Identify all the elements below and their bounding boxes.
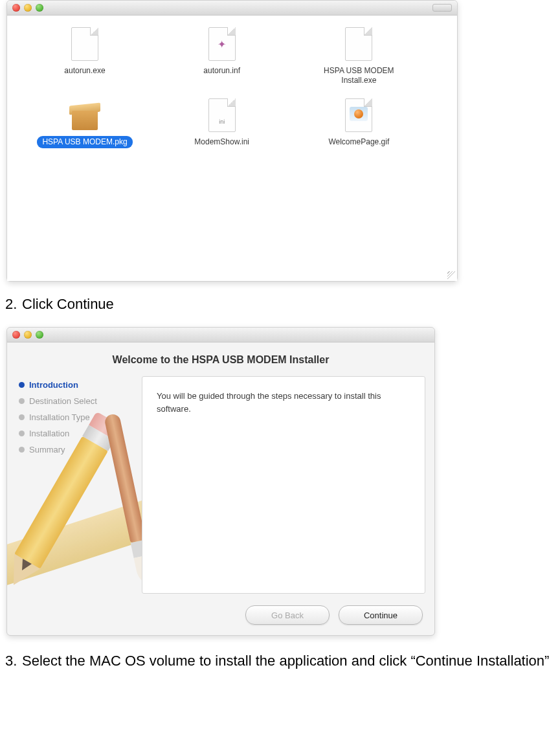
minimize-button[interactable] <box>24 331 32 339</box>
bullet-icon <box>19 431 25 436</box>
sidebar-step-label: Summary <box>29 445 65 454</box>
installer-window: Welcome to the HSPA USB MODEM Installer <box>6 327 435 636</box>
file-label: autorun.exe <box>59 65 110 77</box>
document-page: autorun.exe ✦ autorun.inf HSPA USB MODEM… <box>0 0 560 672</box>
installer-main-text: You will be guided through the steps nec… <box>157 390 410 415</box>
sidebar-step-summary: Summary <box>19 445 142 454</box>
installer-body: Introduction Destination Select Installa… <box>7 374 434 600</box>
icon-grid: autorun.exe ✦ autorun.inf HSPA USB MODEM… <box>7 16 457 148</box>
titlebar-pill[interactable] <box>432 4 452 12</box>
bullet-icon <box>19 398 25 404</box>
button-label: Continue <box>364 611 398 620</box>
sidebar-step-label: Installation <box>29 429 69 438</box>
installer-footer: Go Back Continue <box>7 600 434 635</box>
traffic-lights <box>12 4 43 12</box>
minimize-button[interactable] <box>24 4 32 12</box>
file-icon <box>342 27 375 61</box>
file-item-hspa-pkg[interactable]: HSPA USB MODEM.pkg <box>27 98 143 148</box>
sidebar-step-installation: Installation <box>19 429 142 438</box>
sidebar-step-installation-type: Installation Type <box>19 412 142 422</box>
zoom-button[interactable] <box>36 331 43 339</box>
installer-main-panel: You will be guided through the steps nec… <box>142 376 425 594</box>
go-back-button[interactable]: Go Back <box>245 605 330 625</box>
file-label: HSPA USB MODEM.pkg <box>37 136 132 148</box>
file-item-modemshow-ini[interactable]: ini ModemShow.ini <box>164 98 280 148</box>
file-icon: ✦ <box>205 27 239 61</box>
resize-grip-icon[interactable] <box>447 271 455 279</box>
file-icon: ini <box>205 98 239 132</box>
installer-sidebar: Introduction Destination Select Installa… <box>7 374 142 600</box>
zoom-button[interactable] <box>36 4 43 12</box>
continue-button[interactable]: Continue <box>339 605 423 625</box>
file-item-autorun-inf[interactable]: ✦ autorun.inf <box>164 27 280 87</box>
button-label: Go Back <box>271 611 304 620</box>
file-icon <box>342 98 375 132</box>
bullet-icon <box>19 414 25 420</box>
sidebar-step-introduction: Introduction <box>19 380 142 390</box>
sidebar-step-destination: Destination Select <box>19 396 142 406</box>
file-label: ModemShow.ini <box>189 136 254 148</box>
traffic-lights <box>12 331 43 339</box>
step-number: 3. <box>5 650 22 672</box>
file-icon <box>68 27 102 61</box>
instruction-step-2: 2. Click Continue <box>5 296 555 313</box>
step-number: 2. <box>5 296 22 313</box>
file-item-welcomepage-gif[interactable]: WelcomePage.gif <box>300 98 417 148</box>
finder-titlebar <box>7 1 457 16</box>
step-label: Click Continue <box>22 296 114 313</box>
sidebar-step-label: Introduction <box>29 380 78 390</box>
file-label: WelcomePage.gif <box>323 136 394 148</box>
file-item-autorun-exe[interactable]: autorun.exe <box>27 27 143 87</box>
file-label: autorun.inf <box>198 65 245 77</box>
installer-titlebar <box>7 328 434 342</box>
finder-body: autorun.exe ✦ autorun.inf HSPA USB MODEM… <box>7 16 457 281</box>
sidebar-step-label: Destination Select <box>29 396 97 406</box>
sidebar-step-label: Installation Type <box>29 412 90 422</box>
file-item-hspa-install-exe[interactable]: HSPA USB MODEM Install.exe <box>300 27 417 87</box>
file-label: HSPA USB MODEM Install.exe <box>319 65 399 87</box>
bullet-icon <box>19 447 25 453</box>
instruction-step-3: 3. Select the MAC OS volume to install t… <box>5 650 555 672</box>
finder-window: autorun.exe ✦ autorun.inf HSPA USB MODEM… <box>6 0 458 282</box>
bullet-icon <box>19 382 25 388</box>
close-button[interactable] <box>12 4 20 12</box>
step-label: Select the MAC OS volume to install the … <box>22 650 549 672</box>
package-icon <box>68 98 102 132</box>
installer-heading: Welcome to the HSPA USB MODEM Installer <box>7 342 434 374</box>
close-button[interactable] <box>12 331 20 339</box>
